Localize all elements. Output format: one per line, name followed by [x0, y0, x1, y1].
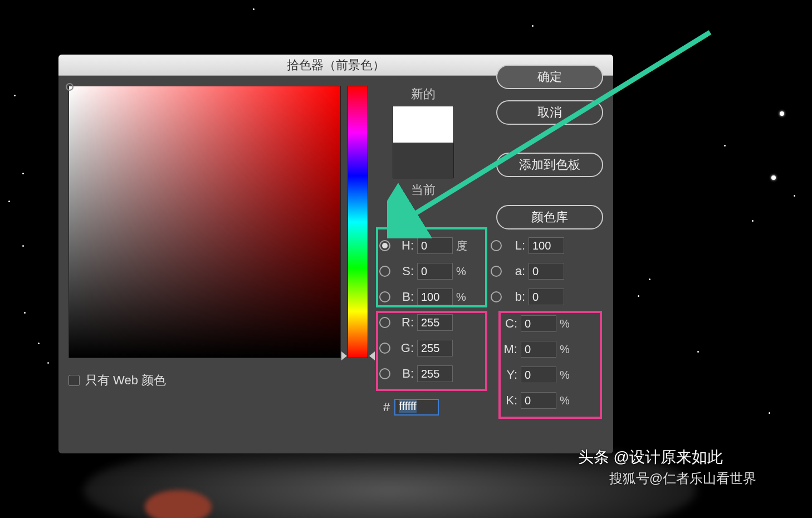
red-radio[interactable] — [379, 317, 390, 328]
yellow-unit: % — [560, 369, 573, 382]
hue-radio[interactable] — [379, 240, 390, 251]
watermark-sohu: 搜狐号@仁者乐山看世界 — [609, 470, 756, 487]
color-picker-dialog: 拾色器（前景色） 新的 当前 确定 取消 添加到色板 颜色库 只有 Web 颜色 — [58, 55, 613, 453]
cyan-input[interactable] — [521, 315, 556, 332]
brightness-radio[interactable] — [379, 291, 390, 302]
color-libraries-button[interactable]: 颜色库 — [496, 205, 603, 229]
lab-a-input[interactable] — [529, 263, 564, 280]
web-only-checkbox[interactable] — [69, 375, 80, 386]
hue-unit: 度 — [456, 238, 469, 253]
cyan-unit: % — [560, 317, 573, 330]
saturation-unit: % — [456, 265, 469, 278]
hex-label: # — [383, 400, 390, 414]
hue-handle-right[interactable] — [369, 351, 375, 360]
brightness-label: B: — [395, 290, 414, 304]
yellow-label: Y: — [498, 368, 517, 382]
black-label: K: — [498, 393, 517, 408]
blue-radio[interactable] — [379, 368, 390, 379]
lab-a-radio[interactable] — [491, 266, 502, 277]
lab-b-radio[interactable] — [491, 291, 502, 302]
new-color-label: 新的 — [384, 86, 462, 102]
color-field-cursor[interactable] — [66, 83, 74, 91]
black-input[interactable] — [521, 392, 556, 409]
watermark-toutiao: 头条 @设计原来如此 — [578, 447, 723, 468]
yellow-input[interactable] — [521, 366, 556, 383]
new-color-swatch — [393, 106, 453, 143]
cyan-label: C: — [498, 316, 517, 331]
lab-a-label: a: — [506, 264, 525, 278]
cancel-button[interactable]: 取消 — [496, 100, 603, 125]
hue-handle-left[interactable] — [341, 351, 347, 360]
magenta-input[interactable] — [521, 341, 556, 358]
current-color-swatch[interactable] — [393, 143, 453, 179]
ok-button[interactable]: 确定 — [496, 65, 603, 89]
hue-input[interactable] — [417, 237, 453, 254]
hue-slider[interactable] — [348, 86, 368, 358]
color-field[interactable] — [69, 86, 341, 358]
lab-b-label: b: — [506, 290, 525, 304]
magenta-label: M: — [498, 342, 517, 356]
brightness-unit: % — [456, 291, 469, 304]
saturation-label: S: — [395, 264, 414, 278]
lab-b-input[interactable] — [529, 289, 564, 305]
brightness-input[interactable] — [417, 289, 453, 305]
saturation-input[interactable] — [417, 263, 453, 280]
hex-input[interactable]: ffffff — [394, 399, 439, 416]
green-radio[interactable] — [379, 343, 390, 354]
red-label: R: — [395, 315, 414, 330]
lightness-radio[interactable] — [491, 240, 502, 251]
current-color-label: 当前 — [384, 182, 462, 198]
blue-label: B: — [395, 366, 414, 381]
black-unit: % — [560, 394, 573, 407]
magenta-unit: % — [560, 343, 573, 356]
web-only-label: 只有 Web 颜色 — [85, 372, 166, 389]
lightness-label: L: — [506, 238, 525, 253]
hue-label: H: — [395, 238, 414, 253]
red-input[interactable] — [417, 314, 453, 331]
saturation-radio[interactable] — [379, 266, 390, 277]
green-input[interactable] — [417, 340, 453, 356]
add-to-swatches-button[interactable]: 添加到色板 — [496, 153, 603, 177]
blue-input[interactable] — [417, 365, 453, 382]
lightness-input[interactable] — [529, 237, 564, 254]
green-label: G: — [395, 341, 414, 355]
